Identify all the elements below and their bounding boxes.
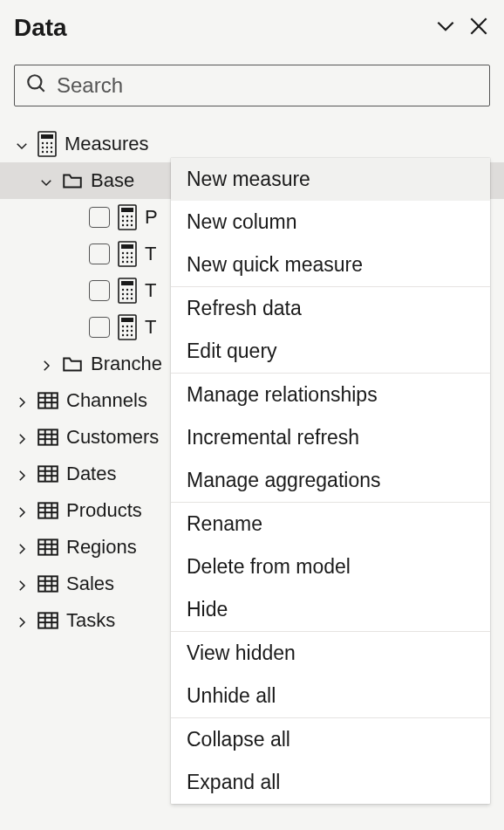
menu-item[interactable]: View hidden xyxy=(171,632,490,675)
menu-item[interactable]: Delete from model xyxy=(171,545,490,588)
close-icon[interactable] xyxy=(467,15,490,41)
menu-item[interactable]: New measure xyxy=(171,158,490,201)
search-input[interactable] xyxy=(57,73,479,98)
svg-point-22 xyxy=(131,220,133,222)
svg-point-36 xyxy=(131,261,133,263)
svg-point-43 xyxy=(126,293,128,295)
tree-label: T xyxy=(145,316,156,339)
svg-point-19 xyxy=(131,216,133,217)
svg-point-45 xyxy=(122,298,124,299)
svg-point-42 xyxy=(122,293,124,295)
table-icon xyxy=(37,573,59,595)
tree-label: Dates xyxy=(66,463,116,485)
svg-point-11 xyxy=(51,147,52,148)
menu-item[interactable]: Rename xyxy=(171,503,490,545)
tree-label: Base xyxy=(91,169,134,192)
table-icon xyxy=(37,499,59,522)
svg-point-7 xyxy=(46,142,48,144)
menu-item[interactable]: Manage aggregations xyxy=(171,459,490,502)
tree-label: Products xyxy=(66,499,142,522)
svg-point-14 xyxy=(51,151,52,153)
chevron-right-icon[interactable] xyxy=(14,393,30,408)
chevron-down-icon[interactable] xyxy=(434,15,457,41)
menu-item[interactable]: Incremental refresh xyxy=(171,416,490,459)
chevron-down-icon[interactable] xyxy=(14,136,30,152)
table-icon xyxy=(37,609,59,632)
svg-point-33 xyxy=(131,257,133,258)
svg-point-24 xyxy=(126,224,128,226)
menu-item[interactable]: Expand all xyxy=(171,761,490,804)
chevron-right-icon[interactable] xyxy=(14,466,30,482)
tree-label: Customers xyxy=(66,426,159,449)
tree-label: Tasks xyxy=(66,609,115,632)
svg-rect-69 xyxy=(38,466,58,481)
svg-rect-27 xyxy=(121,244,133,249)
chevron-right-icon[interactable] xyxy=(38,356,54,372)
svg-point-23 xyxy=(122,224,124,226)
svg-rect-16 xyxy=(121,208,133,212)
search-icon xyxy=(25,72,48,99)
svg-point-47 xyxy=(131,298,133,299)
svg-rect-84 xyxy=(38,576,58,591)
table-icon xyxy=(37,426,59,449)
svg-point-10 xyxy=(46,147,48,148)
chevron-right-icon[interactable] xyxy=(14,613,30,628)
calculator-icon xyxy=(117,314,138,340)
svg-point-58 xyxy=(131,334,133,336)
svg-point-35 xyxy=(126,261,128,263)
chevron-right-icon[interactable] xyxy=(14,576,30,592)
checkbox[interactable] xyxy=(89,280,110,301)
svg-point-53 xyxy=(122,330,124,332)
search-box[interactable] xyxy=(14,65,490,106)
tree-label: Regions xyxy=(66,536,137,559)
chevron-right-icon[interactable] xyxy=(14,429,30,445)
svg-point-29 xyxy=(126,252,128,254)
table-icon xyxy=(37,536,59,559)
checkbox[interactable] xyxy=(89,244,110,264)
menu-item[interactable]: New quick measure xyxy=(171,244,490,286)
menu-item[interactable]: Edit query xyxy=(171,330,490,373)
folder-icon xyxy=(61,353,84,375)
svg-rect-38 xyxy=(121,281,133,285)
svg-point-34 xyxy=(122,261,124,263)
svg-point-32 xyxy=(126,257,128,258)
checkbox[interactable] xyxy=(89,207,110,228)
menu-item[interactable]: Hide xyxy=(171,588,490,631)
chevron-right-icon[interactable] xyxy=(14,539,30,555)
tree-node-measures[interactable]: Measures xyxy=(14,126,490,162)
chevron-down-icon[interactable] xyxy=(38,173,54,189)
svg-point-46 xyxy=(126,298,128,299)
panel-title: Data xyxy=(14,14,67,42)
svg-rect-79 xyxy=(38,539,58,554)
menu-item[interactable]: Manage relationships xyxy=(171,374,490,416)
svg-point-54 xyxy=(126,330,128,332)
svg-point-31 xyxy=(122,257,124,258)
svg-point-50 xyxy=(122,326,124,327)
table-icon xyxy=(37,389,59,412)
svg-rect-89 xyxy=(38,613,58,628)
svg-rect-74 xyxy=(38,503,58,518)
tree-label: P xyxy=(145,206,158,229)
menu-item[interactable]: New column xyxy=(171,201,490,244)
tree-label: Sales xyxy=(66,573,114,595)
svg-point-6 xyxy=(42,142,44,144)
tree-label: Measures xyxy=(65,133,149,155)
svg-point-17 xyxy=(122,216,124,217)
svg-rect-64 xyxy=(38,429,58,444)
menu-item[interactable]: Unhide all xyxy=(171,675,490,717)
calculator-icon xyxy=(117,241,138,267)
svg-rect-49 xyxy=(121,318,133,322)
chevron-right-icon[interactable] xyxy=(14,503,30,518)
panel-header: Data xyxy=(14,10,490,49)
menu-item[interactable]: Collapse all xyxy=(171,718,490,761)
context-menu: New measureNew columnNew quick measureRe… xyxy=(171,158,490,804)
svg-rect-59 xyxy=(38,393,58,408)
svg-point-30 xyxy=(131,252,133,254)
svg-point-12 xyxy=(42,151,44,153)
svg-point-28 xyxy=(122,252,124,254)
menu-item[interactable]: Refresh data xyxy=(171,287,490,330)
svg-rect-5 xyxy=(41,134,53,139)
table-icon xyxy=(37,463,59,485)
checkbox[interactable] xyxy=(89,317,110,338)
svg-point-56 xyxy=(122,334,124,336)
